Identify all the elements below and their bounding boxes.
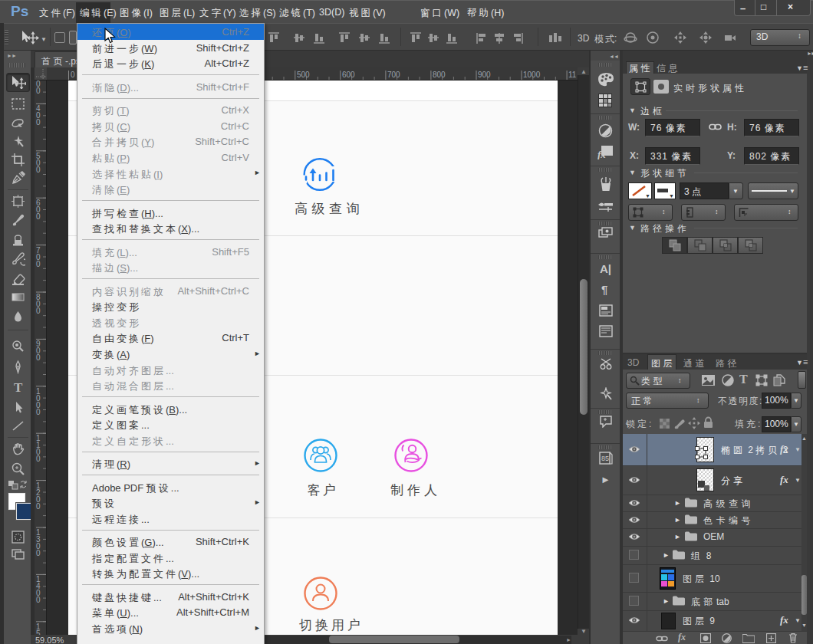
svg-text:T: T (14, 380, 23, 395)
svg-text:85: 85 (601, 455, 609, 462)
svg-text:fx: fx (597, 149, 606, 159)
